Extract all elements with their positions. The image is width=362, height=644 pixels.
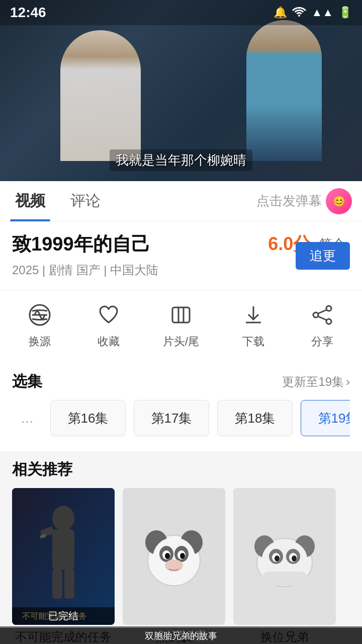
video-player[interactable]: 我就是当年那个柳婉晴 [0,0,362,181]
related-title: 相关推荐 [12,459,350,480]
tab-comment[interactable]: 评论 [65,181,106,221]
battery-icon: 🔋 [338,6,352,19]
skip-label: 片头/尾 [163,334,199,349]
show-meta: 2025 | 剧情 国产 | 中国大陆 [12,262,158,278]
svg-point-38 [292,555,297,561]
skip-button[interactable]: 片头/尾 [163,300,199,349]
episode-header: 选集 更新至19集 › [12,371,350,392]
follow-button[interactable]: 追更 [296,242,350,270]
related-item-1[interactable]: 不可能完成的任务 已完结 不可能完成的任务 [12,488,115,644]
download-button[interactable]: 下载 [238,300,268,349]
download-label: 下载 [242,334,264,349]
episode-section: 选集 更新至19集 › … 第16集 第17集 第18集 第19集 [0,363,362,446]
change-source-label: 换源 [29,334,51,349]
episode-item-16[interactable]: 第16集 [50,400,126,436]
collect-button[interactable]: 收藏 [94,300,124,349]
heart-icon [94,300,124,330]
svg-point-28 [165,559,183,572]
status-icons: 🔔 ▲▲ 🔋 [274,6,352,20]
title-section: 致1999年的自己 6.0分 简介 › 2025 | 剧情 国产 | 中国大陆 … [0,221,362,290]
episode-item-17[interactable]: 第17集 [134,400,209,436]
share-icon [307,300,337,330]
share-button[interactable]: 分享 [307,300,337,349]
svg-point-6 [313,312,318,317]
actions-bar: 换源 收藏 片头/尾 [0,290,362,358]
related-thumb-1: 不可能完成的任务 已完结 [12,488,115,625]
tab-video[interactable]: 视频 [10,181,50,221]
status-time: 12:46 [10,5,46,21]
show-title: 致1999年的自己 [12,231,150,257]
episode-list: … 第16集 第17集 第18集 第19集 [12,400,350,438]
related-thumb-3 [233,488,336,625]
skip-icon [166,300,196,330]
wifi-icon [292,6,306,20]
related-item-2[interactable]: 多起谋杀案 黑蚂蚁 [123,488,225,644]
svg-point-26 [165,553,170,559]
episode-title: 选集 [12,371,42,392]
figure-right [246,20,322,161]
svg-point-27 [180,553,185,559]
svg-line-9 [318,316,326,320]
related-section: 相关推荐 [0,451,362,644]
source-icon [25,300,55,330]
notification-icon: 🔔 [274,6,287,19]
related-item-3[interactable]: 双胞胎兄弟的故事 换位兄弟 [233,488,336,644]
related-badge-3: 双胞胎兄弟的故事 [0,628,362,644]
status-bar: 12:46 🔔 ▲▲ 🔋 [0,0,362,25]
svg-rect-15 [52,569,62,599]
related-thumb-2 [123,488,225,625]
episode-item-18[interactable]: 第18集 [217,400,293,436]
content-area: 视频 评论 点击发弹幕 😊 致1999年的自己 6.0分 简介 › 2025 |… [0,181,362,644]
svg-rect-39 [262,572,307,586]
episode-item-partial[interactable]: … [12,400,42,436]
related-badge-1: 已完结 [12,607,115,625]
danmu-area[interactable]: 点击发弹幕 😊 [256,188,352,214]
svg-point-11 [52,506,74,531]
video-bg: 我就是当年那个柳婉晴 [0,0,362,181]
chevron-right-icon: › [346,375,350,389]
danmu-avatar: 😊 [326,188,352,214]
change-source-button[interactable]: 换源 [25,300,55,349]
svg-rect-12 [52,529,74,570]
signal-icon: ▲▲ [311,6,333,19]
share-label: 分享 [311,334,333,349]
download-icon [238,300,268,330]
tabs-bar: 视频 评论 点击发弹幕 😊 [0,181,362,221]
svg-point-5 [326,306,331,311]
svg-line-8 [318,310,326,313]
episode-item-19[interactable]: 第19集 [301,400,350,436]
episode-more[interactable]: 更新至19集 › [282,374,350,390]
collect-label: 收藏 [98,334,120,349]
svg-rect-16 [64,569,74,599]
video-subtitle: 我就是当年那个柳婉晴 [110,149,252,171]
svg-point-37 [275,555,280,561]
svg-rect-2 [172,307,190,323]
figure-left [60,30,141,161]
svg-point-7 [326,319,331,324]
related-grid: 不可能完成的任务 已完结 不可能完成的任务 [12,488,350,644]
